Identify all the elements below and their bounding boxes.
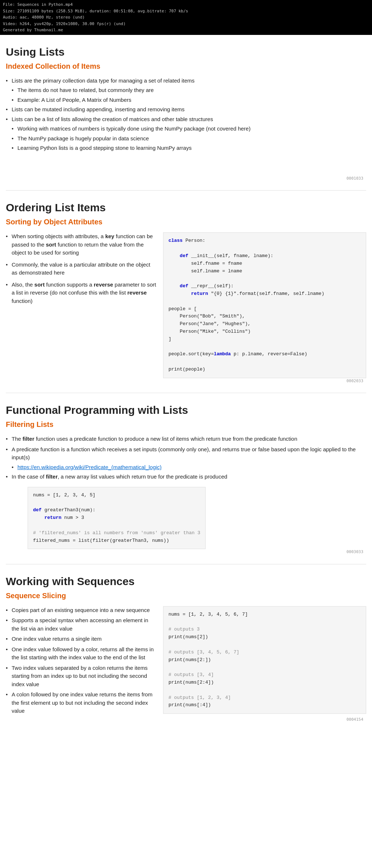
section2-subtitle: Sorting by Object Attributes xyxy=(6,216,366,227)
section-ordering-list: Ordering List Items Sorting by Object At… xyxy=(0,191,372,393)
section2-code-col: class Person: def __init__(self, fname, … xyxy=(163,232,366,378)
list-item: One index value followed by a color, ret… xyxy=(6,645,157,662)
slide-number-2: 0002033 xyxy=(6,378,366,387)
video-meta-line1: File: Sequences in Python.mp4 xyxy=(3,1,369,8)
section3-code: nums = [1, 2, 3, 4, 5] def greaterThan3(… xyxy=(28,487,206,549)
section1-bullets: Lists are the primary collection data ty… xyxy=(6,77,366,152)
section3-subtitle: Filtering Lists xyxy=(6,419,366,430)
slide-number-1: 0001033 xyxy=(6,176,366,185)
section2-bullets: When sorting objects with attributes, a … xyxy=(6,232,157,305)
section1-title: Using Lists xyxy=(6,44,366,60)
list-item: A colon followed by one index value retu… xyxy=(6,691,157,715)
section2-code: class Person: def __init__(self, fname, … xyxy=(163,232,366,378)
list-item: Commonly, the value is a particular attr… xyxy=(6,261,157,277)
list-item: Two index values separated by a colon re… xyxy=(6,664,157,689)
list-item: Example: A List of People, A Matrix of N… xyxy=(6,96,366,104)
video-meta-line5: Generated by Thumbnail.me xyxy=(3,27,369,33)
section4-bullets: Copies part of an existing sequence into… xyxy=(6,606,157,715)
list-item: In the case of filter, a new array list … xyxy=(6,473,366,481)
section-sequences: Working with Sequences Sequence Slicing … xyxy=(0,564,372,732)
list-item: The items do not have to related, but co… xyxy=(6,86,366,95)
list-item: Learning Python lists is a good stepping… xyxy=(6,144,366,152)
video-meta-line2: Size: 271091109 bytes (258.53 MiB), dura… xyxy=(3,8,369,15)
section2-content: When sorting objects with attributes, a … xyxy=(6,232,366,378)
slide-number-3: 0003033 xyxy=(6,549,366,558)
section1-subtitle: Indexed Collection of Items xyxy=(6,61,366,72)
list-item: https://en.wikipedia.org/wiki/Predicate_… xyxy=(6,463,366,472)
list-item: Lists are the primary collection data ty… xyxy=(6,77,366,85)
video-meta-line4: Video: h264, yuv420p, 1920x1080, 30.00 f… xyxy=(3,21,369,27)
section4-title: Working with Sequences xyxy=(6,573,366,589)
section-functional-programming: Functional Programming with Lists Filter… xyxy=(0,393,372,564)
section4-code-col: nums = [1, 2, 3, 4, 5, 6, 7] # outputs 3… xyxy=(163,606,366,717)
section3-bullets: The filter function uses a predicate fun… xyxy=(6,435,366,481)
section4-code: nums = [1, 2, 3, 4, 5, 6, 7] # outputs 3… xyxy=(163,606,366,714)
list-item: The filter function uses a predicate fun… xyxy=(6,435,366,443)
section-using-lists: Using Lists Indexed Collection of Items … xyxy=(0,35,372,191)
list-item: A predicate function is a function which… xyxy=(6,445,366,462)
list-item: Supports a special syntax when accessing… xyxy=(6,616,157,633)
section3-code-wrapper: nums = [1, 2, 3, 4, 5] def greaterThan3(… xyxy=(28,487,366,549)
section2-title: Ordering List Items xyxy=(6,199,366,216)
slide-number-4: 0004154 xyxy=(6,717,366,726)
list-item: Also, the sort function supports a rever… xyxy=(6,281,157,305)
list-item: Copies part of an existing sequence into… xyxy=(6,606,157,615)
section4-bullets-col: Copies part of an existing sequence into… xyxy=(6,606,157,717)
section2-bullets-col: When sorting objects with attributes, a … xyxy=(6,232,157,378)
section4-subtitle: Sequence Slicing xyxy=(6,590,366,601)
list-item: Working with matrices of numbers is typi… xyxy=(6,125,366,133)
video-meta-line3: Audio: aac, 48000 Hz, stereo (und) xyxy=(3,14,369,21)
list-item: Lists can be mutated including appending… xyxy=(6,105,366,114)
section4-content: Copies part of an existing sequence into… xyxy=(6,606,366,717)
video-metadata: File: Sequences in Python.mp4 Size: 2710… xyxy=(0,0,372,35)
list-item: One index value returns a single item xyxy=(6,635,157,643)
list-item: The NumPy package is hugely popular in d… xyxy=(6,135,366,143)
section3-title: Functional Programming with Lists xyxy=(6,402,366,418)
list-item: Lists can be a list of lists allowing th… xyxy=(6,115,366,124)
list-item: When sorting objects with attributes, a … xyxy=(6,232,157,257)
